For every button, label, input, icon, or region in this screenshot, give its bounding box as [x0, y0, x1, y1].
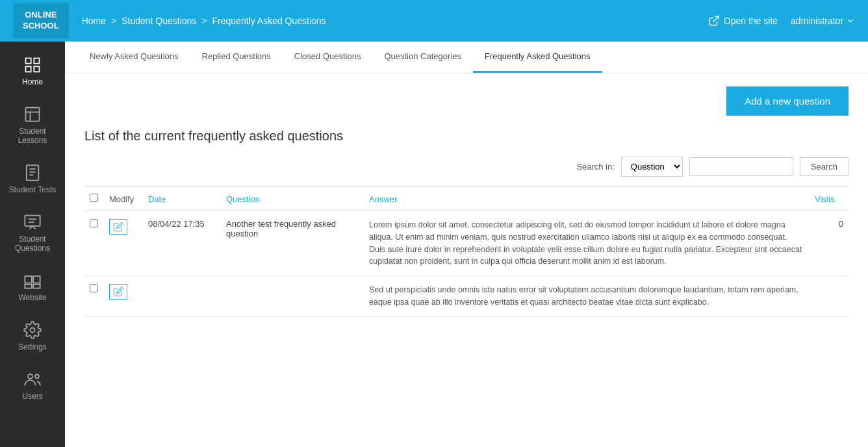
- row2-checkbox-cell: [84, 276, 104, 317]
- tab-categories-label: Question Categories: [384, 51, 461, 61]
- topbar: ONLINE SCHOOL Home > Student Questions >…: [0, 0, 868, 42]
- row1-edit-cell: [104, 211, 143, 276]
- row1-checkbox[interactable]: [90, 219, 98, 227]
- breadcrumb-home[interactable]: Home: [82, 16, 106, 26]
- select-all-checkbox[interactable]: [90, 194, 98, 202]
- sidebar-item-questions-label: Student Questions: [6, 235, 58, 253]
- search-input[interactable]: [689, 157, 793, 176]
- table-row: Sed ut perspiciatis unde omnis iste natu…: [84, 276, 849, 317]
- sidebar-item-users[interactable]: Users: [0, 363, 65, 409]
- open-site-label: Open the site: [724, 16, 778, 26]
- tabs-bar: Newly Asked Questions Replied Questions …: [65, 42, 868, 73]
- col-header-question[interactable]: Question: [221, 187, 364, 211]
- chevron-down-icon: [846, 16, 855, 25]
- tab-newly-asked-label: Newly Asked Questions: [90, 51, 179, 61]
- questions-icon: [23, 213, 42, 231]
- brand: ONLINE SCHOOL: [13, 3, 69, 38]
- row1-edit-button[interactable]: [109, 219, 127, 235]
- sidebar-item-settings[interactable]: Settings: [0, 313, 65, 359]
- sidebar-item-lessons-label: Student Lessons: [6, 127, 58, 145]
- brand-line2: SCHOOL: [23, 21, 59, 31]
- sidebar-item-website-label: Website: [18, 293, 46, 302]
- sidebar-item-users-label: Users: [22, 392, 42, 401]
- sidebar-item-student-questions[interactable]: Student Questions: [0, 205, 65, 261]
- svg-point-21: [35, 374, 39, 378]
- row2-question: [221, 276, 364, 317]
- svg-rect-3: [26, 66, 31, 71]
- sidebar-item-student-tests[interactable]: Student Tests: [0, 156, 65, 202]
- brand-line1: ONLINE: [25, 10, 57, 19]
- settings-icon: [23, 321, 42, 339]
- svg-rect-8: [27, 165, 39, 180]
- users-icon: [23, 370, 42, 389]
- main-layout: Home Student Lessons Student Tests Stude…: [0, 42, 868, 447]
- sidebar-item-home[interactable]: Home: [0, 48, 65, 94]
- sidebar-item-website[interactable]: Website: [0, 264, 65, 310]
- home-icon: [23, 56, 42, 74]
- topbar-right: Open the site administrator: [708, 15, 855, 27]
- lessons-icon: [23, 105, 42, 123]
- svg-line-0: [713, 16, 718, 21]
- tests-icon: [23, 164, 42, 182]
- row2-edit-button[interactable]: [109, 284, 127, 300]
- row1-answer: Lorem ipsum dolor sit amet, consectetur …: [364, 211, 810, 276]
- breadcrumb-sep2: >: [201, 16, 207, 26]
- col-header-date[interactable]: Date: [143, 187, 221, 211]
- svg-rect-12: [25, 216, 40, 226]
- svg-rect-5: [26, 108, 40, 121]
- website-icon: [23, 272, 42, 290]
- edit-icon: [113, 222, 123, 232]
- admin-label: administrator: [791, 16, 843, 26]
- row1-checkbox-cell: [84, 211, 104, 276]
- sidebar-item-student-lessons[interactable]: Student Lessons: [0, 97, 65, 153]
- col-header-visits[interactable]: Visits: [810, 187, 849, 211]
- page-content: Add a new question List of the current f…: [65, 73, 868, 447]
- tab-newly-asked[interactable]: Newly Asked Questions: [78, 42, 190, 73]
- row1-visits: 0: [810, 211, 849, 276]
- sidebar-item-tests-label: Student Tests: [9, 185, 57, 194]
- col-header-answer[interactable]: Answer: [364, 187, 810, 211]
- svg-rect-2: [34, 58, 39, 64]
- svg-rect-16: [33, 276, 40, 283]
- col-header-modify: Modify: [104, 187, 143, 211]
- row2-edit-cell: [104, 276, 143, 317]
- row2-checkbox[interactable]: [90, 284, 98, 292]
- svg-point-19: [31, 328, 35, 333]
- breadcrumb-sep1: >: [111, 16, 116, 26]
- open-site-button[interactable]: Open the site: [708, 15, 778, 27]
- row1-date: 08/04/22 17:35: [143, 211, 221, 276]
- svg-rect-4: [34, 66, 39, 71]
- svg-point-20: [28, 374, 32, 379]
- search-select[interactable]: Question Answer All: [621, 157, 683, 177]
- tab-faq[interactable]: Frequently Asked Questions: [473, 42, 602, 73]
- breadcrumb: Home > Student Questions > Frequently As…: [82, 16, 708, 26]
- search-label: Search in:: [576, 162, 615, 172]
- svg-rect-18: [33, 285, 40, 288]
- tab-replied-label: Replied Questions: [202, 51, 271, 61]
- search-button[interactable]: Search: [800, 157, 849, 176]
- tab-faq-label: Frequently Asked Questions: [485, 51, 591, 61]
- row2-visits: [810, 276, 849, 317]
- table-row: 08/04/22 17:35 Another test frequently a…: [84, 211, 849, 276]
- tab-closed-label: Closed Questions: [294, 51, 361, 61]
- breadcrumb-current: Frequently Asked Questions: [212, 16, 326, 26]
- row2-date: [143, 276, 221, 317]
- col-header-checkbox: [84, 187, 104, 211]
- svg-rect-17: [25, 285, 32, 288]
- add-btn-row: Add a new question: [84, 86, 849, 116]
- tab-categories[interactable]: Question Categories: [372, 42, 473, 73]
- tab-closed[interactable]: Closed Questions: [283, 42, 373, 73]
- svg-rect-15: [25, 276, 32, 283]
- admin-menu[interactable]: administrator: [791, 16, 855, 26]
- sidebar-item-settings-label: Settings: [18, 342, 46, 351]
- search-row: Search in: Question Answer All Search: [84, 157, 849, 177]
- tab-replied[interactable]: Replied Questions: [190, 42, 283, 73]
- row2-answer: Sed ut perspiciatis unde omnis iste natu…: [364, 276, 810, 317]
- list-title: List of the current frequently asked que…: [84, 129, 849, 144]
- edit-icon: [113, 287, 123, 297]
- svg-rect-1: [26, 58, 31, 64]
- sidebar: Home Student Lessons Student Tests Stude…: [0, 42, 65, 447]
- breadcrumb-student-questions[interactable]: Student Questions: [121, 16, 196, 26]
- faq-table: Modify Date Question Answer Visits: [84, 186, 849, 317]
- add-question-button[interactable]: Add a new question: [726, 86, 849, 116]
